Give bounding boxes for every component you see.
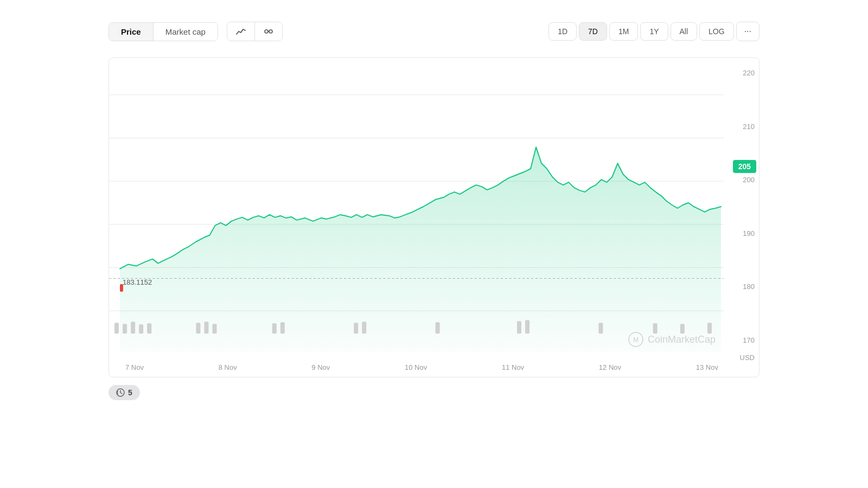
x-label-8nov: 8 Nov bbox=[219, 363, 237, 371]
y-label-220: 220 bbox=[724, 69, 755, 77]
more-button[interactable]: ··· bbox=[736, 22, 760, 41]
tab-price[interactable]: Price bbox=[109, 23, 154, 41]
chart-type-group bbox=[227, 22, 283, 41]
y-axis: 220 210 200 190 180 170 bbox=[724, 58, 759, 377]
svg-rect-21 bbox=[362, 322, 366, 333]
y-label-180: 180 bbox=[724, 282, 755, 291]
x-label-12nov: 12 Nov bbox=[599, 363, 621, 371]
svg-rect-11 bbox=[123, 324, 127, 333]
x-label-10nov: 10 Nov bbox=[405, 363, 427, 371]
current-price-badge: 205 bbox=[733, 160, 756, 173]
line-chart-button[interactable] bbox=[227, 22, 255, 41]
svg-rect-24 bbox=[525, 320, 529, 333]
outer-bottom: 5 bbox=[108, 385, 760, 400]
time-1y-button[interactable]: 1Y bbox=[640, 22, 668, 41]
svg-rect-15 bbox=[196, 323, 200, 333]
y-label-170: 170 bbox=[724, 336, 755, 344]
svg-rect-12 bbox=[131, 322, 135, 333]
svg-rect-23 bbox=[517, 321, 521, 333]
price-chart-svg bbox=[109, 58, 724, 352]
svg-rect-10 bbox=[114, 323, 119, 333]
right-controls: 1D 7D 1M 1Y All LOG ··· bbox=[548, 22, 760, 41]
svg-rect-13 bbox=[139, 324, 143, 333]
svg-text:M: M bbox=[633, 336, 639, 344]
usd-label: USD bbox=[740, 354, 755, 362]
watermark: M CoinMarketCap bbox=[628, 332, 716, 347]
history-count: 5 bbox=[128, 388, 132, 397]
time-7d-button[interactable]: 7D bbox=[579, 22, 607, 41]
x-label-7nov: 7 Nov bbox=[125, 363, 144, 371]
time-all-button[interactable]: All bbox=[671, 22, 698, 41]
x-label-11nov: 11 Nov bbox=[502, 363, 524, 371]
line-icon bbox=[236, 27, 246, 36]
watermark-text: CoinMarketCap bbox=[648, 334, 716, 345]
time-1m-button[interactable]: 1M bbox=[609, 22, 638, 41]
x-axis: 7 Nov 8 Nov 9 Nov 10 Nov 11 Nov 12 Nov 1… bbox=[120, 363, 724, 371]
history-badge[interactable]: 5 bbox=[108, 385, 140, 400]
svg-point-1 bbox=[269, 30, 272, 33]
svg-rect-22 bbox=[436, 322, 440, 333]
tab-market-cap[interactable]: Market cap bbox=[154, 23, 218, 41]
chart-inner: 220 210 200 190 180 170 205 183.1152 7 N… bbox=[109, 58, 759, 377]
svg-rect-20 bbox=[354, 323, 358, 333]
time-1d-button[interactable]: 1D bbox=[548, 22, 577, 41]
top-bar: Price Market cap 1D 7D 1M 1Y All LOG bbox=[0, 0, 868, 52]
left-controls: Price Market cap bbox=[108, 22, 283, 41]
svg-rect-17 bbox=[213, 324, 217, 333]
svg-rect-16 bbox=[204, 322, 208, 333]
history-icon bbox=[116, 388, 125, 397]
compare-button[interactable] bbox=[255, 22, 282, 41]
svg-point-0 bbox=[265, 30, 268, 33]
svg-rect-19 bbox=[280, 322, 285, 333]
y-label-190: 190 bbox=[724, 229, 755, 237]
view-tab-group: Price Market cap bbox=[108, 22, 218, 41]
y-label-210: 210 bbox=[724, 123, 755, 131]
coinmarketcap-logo-icon: M bbox=[628, 332, 643, 347]
svg-rect-14 bbox=[147, 323, 151, 333]
log-button[interactable]: LOG bbox=[699, 22, 734, 41]
y-label-200: 200 bbox=[724, 176, 755, 184]
chart-container: 220 210 200 190 180 170 205 183.1152 7 N… bbox=[108, 57, 760, 377]
svg-rect-18 bbox=[272, 323, 277, 333]
start-price-label: 183.1152 bbox=[123, 278, 152, 286]
svg-rect-25 bbox=[598, 323, 603, 333]
x-label-9nov: 9 Nov bbox=[311, 363, 330, 371]
x-label-13nov: 13 Nov bbox=[696, 363, 718, 371]
compare-icon bbox=[264, 27, 273, 36]
